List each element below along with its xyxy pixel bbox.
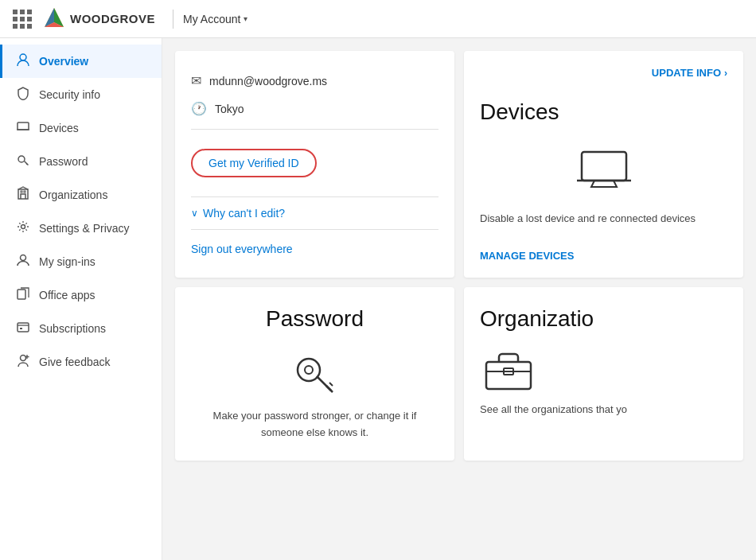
svg-point-4 (20, 54, 26, 60)
sidebar-item-sign-ins[interactable]: My sign-ins (0, 245, 162, 278)
sidebar-item-password[interactable]: Password (0, 145, 162, 178)
svg-rect-14 (20, 328, 22, 329)
location-row: 🕐 Tokyo (191, 95, 438, 122)
svg-point-18 (305, 366, 313, 374)
org-title: Organizatio (480, 306, 594, 332)
svg-point-11 (21, 255, 26, 261)
logo: WOODGROVE (41, 6, 155, 32)
org-description: See all the organizations that yo (480, 402, 627, 418)
devices-description: Disable a lost device and re connected d… (480, 211, 696, 227)
office-icon (15, 286, 31, 304)
email-value: mdunn@woodgrove.ms (209, 75, 327, 88)
sidebar-label-password: Password (39, 155, 88, 168)
sidebar-label-settings: Settings & Privacy (39, 222, 130, 235)
sidebar-item-overview[interactable]: Overview (0, 45, 162, 78)
sidebar-label-subscriptions: Subscriptions (39, 322, 106, 335)
email-icon: ✉ (191, 73, 201, 88)
shield-icon (15, 86, 31, 103)
header: WOODGROVE My Account ▾ (0, 0, 756, 38)
sidebar-label-feedback: Give feedback (39, 356, 111, 368)
svg-rect-16 (582, 152, 626, 181)
laptop-large-icon (575, 149, 633, 190)
verified-id-button[interactable]: Get my Verified ID (191, 149, 317, 177)
sidebar-item-subscriptions[interactable]: Subscriptions (0, 312, 162, 345)
divider-1 (191, 129, 438, 130)
manage-devices-link[interactable]: MANAGE DEVICES (480, 250, 574, 262)
svg-point-17 (298, 359, 320, 381)
account-menu[interactable]: My Account ▾ (183, 13, 247, 25)
devices-header: UPDATE INFO › (480, 67, 727, 79)
signin-icon (15, 253, 31, 270)
devices-title: Devices (480, 99, 559, 125)
feedback-icon (15, 353, 31, 371)
update-info-label: UPDATE INFO (652, 67, 721, 79)
subscriptions-icon (15, 320, 31, 337)
svg-point-10 (21, 225, 25, 229)
clock-icon: 🕐 (191, 101, 207, 116)
sidebar-item-security-info[interactable]: Security info (0, 78, 162, 111)
sidebar-label-overview: Overview (39, 55, 88, 68)
woodgrove-logo-icon (41, 6, 67, 32)
sidebar-item-devices[interactable]: Devices (0, 111, 162, 145)
password-card: Password Make your password stronger, or… (175, 287, 454, 461)
location-value: Tokyo (215, 103, 244, 115)
update-info-link[interactable]: UPDATE INFO › (652, 67, 727, 79)
sidebar-item-feedback[interactable]: Give feedback (0, 345, 162, 379)
svg-point-15 (21, 356, 26, 361)
main-content: ✉ mdunn@woodgrove.ms 🕐 Tokyo Get my Veri… (162, 38, 756, 560)
layout: Overview Security info Devices (0, 38, 756, 560)
person-icon (15, 52, 31, 70)
sidebar-label-signins: My sign-ins (39, 255, 95, 268)
header-divider (173, 10, 173, 29)
chevron-down-icon: ∨ (191, 208, 198, 219)
sidebar-label-security: Security info (39, 88, 100, 101)
briefcase-large-icon (480, 348, 537, 392)
sidebar-label-devices: Devices (39, 122, 79, 134)
svg-rect-9 (24, 191, 25, 192)
verified-id-section: Get my Verified ID (191, 136, 438, 190)
password-description: Make your password stronger, or change i… (191, 408, 438, 441)
key-large-icon (290, 348, 341, 399)
why-edit-label: Why can't I edit? (203, 207, 285, 220)
sidebar-label-organizations: Organizations (39, 189, 107, 201)
building-icon (15, 186, 31, 204)
divider-2 (191, 196, 438, 197)
cards-grid: ✉ mdunn@woodgrove.ms 🕐 Tokyo Get my Veri… (175, 51, 743, 461)
sidebar: Overview Security info Devices (0, 38, 162, 560)
svg-rect-13 (18, 323, 29, 332)
why-edit-toggle[interactable]: ∨ Why can't I edit? (191, 204, 438, 223)
svg-rect-12 (18, 290, 25, 299)
key-icon (15, 153, 31, 170)
sign-out-link[interactable]: Sign out everywhere (191, 236, 438, 262)
sidebar-item-organizations[interactable]: Organizations (0, 178, 162, 212)
arrow-right-icon: › (724, 68, 727, 79)
organizations-card: Organizatio See all the organizations th… (464, 287, 743, 461)
device-icon-wrap (480, 149, 727, 190)
devices-card: UPDATE INFO › Devices Disable a lost dev… (464, 51, 743, 278)
brand-name: WOODGROVE (70, 12, 155, 25)
svg-rect-5 (18, 122, 29, 130)
svg-rect-8 (21, 191, 22, 192)
sidebar-item-settings[interactable]: Settings & Privacy (0, 212, 162, 245)
sidebar-item-office-apps[interactable]: Office apps (0, 278, 162, 312)
chevron-down-icon: ▾ (244, 14, 247, 23)
apps-grid-icon[interactable] (13, 10, 32, 29)
sidebar-label-office: Office apps (39, 289, 95, 301)
divider-3 (191, 229, 438, 230)
settings-icon (15, 220, 31, 237)
laptop-icon (15, 119, 31, 137)
account-label: My Account (183, 13, 240, 25)
password-title: Password (266, 306, 364, 332)
profile-card: ✉ mdunn@woodgrove.ms 🕐 Tokyo Get my Veri… (175, 51, 454, 278)
svg-point-6 (18, 156, 25, 162)
email-row: ✉ mdunn@woodgrove.ms (191, 67, 438, 95)
